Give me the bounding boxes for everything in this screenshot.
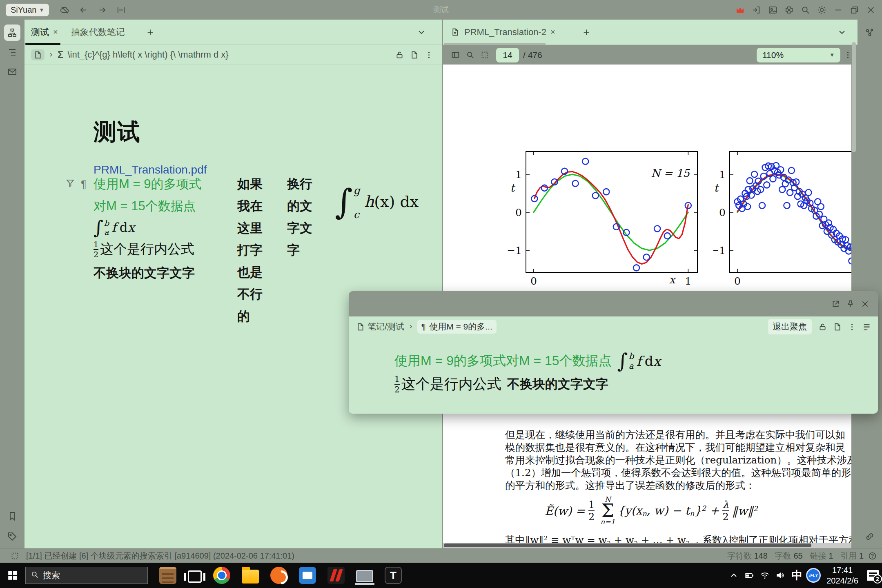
minimize-icon[interactable] <box>830 2 846 18</box>
battery-icon[interactable] <box>742 568 757 583</box>
input-method-indicator[interactable]: 中 <box>788 568 806 583</box>
dock-backlink-icon[interactable] <box>862 528 878 545</box>
marketplace-icon[interactable] <box>781 2 797 18</box>
zoom-value: 110% <box>762 50 784 60</box>
doc-info-icon[interactable] <box>407 47 421 62</box>
app-menu-button[interactable]: SiYuan ▼ <box>6 4 49 16</box>
dock-graph-icon[interactable] <box>862 24 878 41</box>
unlock-icon[interactable] <box>815 319 830 334</box>
floating-block-panel[interactable]: 笔记/测试 ¶ 使用M = 9的多... 退出聚焦 使用M = 9的多项式对M … <box>349 291 878 414</box>
horizontal-scrollbar-track[interactable] <box>443 543 851 548</box>
taskbar-app-notepad[interactable] <box>356 570 373 582</box>
pdf-asset-link[interactable]: PRML_Translation.pdf <box>94 163 207 176</box>
horizontal-scrollbar-thumb[interactable] <box>444 543 811 547</box>
taskbar-clock[interactable]: 17:41 2024/2/6 <box>826 565 858 586</box>
dock-doc-tree-icon[interactable] <box>4 24 20 41</box>
dock-bookmark-icon[interactable] <box>4 508 20 524</box>
search-icon[interactable] <box>797 2 813 18</box>
panel-content[interactable]: 使用M = 9的多项式对M = 15个数据点 ∫bafdx 12 这个是行内公式… <box>349 337 878 414</box>
taskbar-app-typora[interactable]: T <box>385 567 402 584</box>
breadcrumb-block-chip[interactable]: ¶ 使用M = 9的多... <box>417 320 497 334</box>
vertical-scrollbar-thumb[interactable] <box>852 42 856 152</box>
tab-note-algebra[interactable]: 抽象代数笔记 <box>65 20 131 45</box>
start-button[interactable] <box>0 563 25 588</box>
tab-note-test[interactable]: 测试 × <box>24 20 65 45</box>
theme-icon[interactable] <box>813 2 830 18</box>
sidebar-toggle-icon[interactable] <box>448 48 463 62</box>
volume-icon[interactable] <box>773 568 788 583</box>
exit-focus-button[interactable]: 退出聚焦 <box>768 319 812 334</box>
vip-crown-icon[interactable] <box>732 2 748 18</box>
tab-pdf[interactable]: PRML_Translation-2 × <box>443 20 562 45</box>
unlock-icon[interactable] <box>392 47 407 62</box>
svg-text:t: t <box>714 182 719 194</box>
text-column-3[interactable]: 换行的文字文字 <box>287 176 312 264</box>
window-title: 测试 <box>433 4 449 15</box>
bold-text-line[interactable]: 不换块的文字文字 <box>94 265 195 282</box>
system-tray: 中 iFLY 17:41 2024/2/6 2 <box>726 565 882 586</box>
help-icon[interactable] <box>865 548 880 563</box>
taskbar-app-folder[interactable] <box>242 570 259 584</box>
taskbar-search-input[interactable]: 搜索 <box>25 567 148 584</box>
cloud-off-icon[interactable] <box>56 2 73 18</box>
note-title[interactable]: 测试 <box>94 117 141 148</box>
back-icon[interactable] <box>75 2 91 18</box>
tab-list-button[interactable] <box>413 24 430 40</box>
taskbar-app-chrome[interactable] <box>213 567 230 584</box>
green-text-line2[interactable]: 对M = 15个数据点 <box>94 198 196 215</box>
doc-icon[interactable] <box>31 49 45 60</box>
close-icon[interactable] <box>858 296 872 311</box>
chevron-up-icon[interactable] <box>726 568 742 583</box>
taskbar-apps: T <box>154 567 408 584</box>
select-area-icon[interactable] <box>477 48 492 62</box>
pin-icon[interactable] <box>843 296 858 311</box>
green-text-line1[interactable]: 使用M = 9的多项式 <box>94 176 201 193</box>
breadcrumb-formula[interactable]: \int_{c}^{g} h\left( x \right) {\ \mathr… <box>67 49 228 60</box>
taskbar-app-pcmanager[interactable] <box>299 567 316 584</box>
login-icon[interactable] <box>748 2 764 18</box>
notification-center-button[interactable]: 2 <box>864 566 882 584</box>
wifi-icon[interactable] <box>757 568 773 583</box>
taskbar-app-honeyview[interactable] <box>270 567 287 584</box>
align-lines-icon[interactable] <box>859 319 874 334</box>
more-icon[interactable] <box>421 47 436 62</box>
text-column-2[interactable]: 如果我在这里打字也是不行的 <box>237 176 263 330</box>
open-in-new-icon[interactable] <box>828 296 843 311</box>
tab-close-icon[interactable]: × <box>550 27 555 37</box>
inline-math-fraction-line[interactable]: 12 这个是行内公式 <box>94 240 194 258</box>
taskbar-app-archive[interactable] <box>159 567 176 584</box>
taskbar-app-pdfreader[interactable] <box>327 567 345 584</box>
block-gutter[interactable]: ¶ <box>65 178 87 191</box>
doc-icon[interactable] <box>353 319 368 334</box>
paragraph-icon[interactable]: ¶ <box>81 178 87 191</box>
panel-line-2[interactable]: 12 这个是行内公式 不换块的文字文字 <box>394 374 608 394</box>
zoom-select[interactable]: 110% ▼ <box>757 48 840 62</box>
pdf-tabbar: PRML_Translation-2 × <box>443 20 858 45</box>
panel-header[interactable] <box>349 291 878 316</box>
display-math-integral[interactable]: ∫ gc h(x) dx <box>335 182 419 221</box>
ifly-input-icon[interactable]: iFLY <box>806 568 821 583</box>
inline-math-integral[interactable]: ∫bafdx <box>94 216 135 238</box>
chevron-down-icon: ▼ <box>829 52 835 58</box>
panel-line-1[interactable]: 使用M = 9的多项式对M = 15个数据点 ∫bafdx <box>394 349 661 373</box>
dock-tag-icon[interactable] <box>4 528 20 545</box>
tab-close-icon[interactable]: × <box>53 27 58 37</box>
tab-list-button[interactable] <box>834 24 850 40</box>
clock-date: 2024/2/6 <box>826 575 858 586</box>
page-number-input[interactable]: 14 <box>496 48 519 62</box>
forward-icon[interactable] <box>94 2 110 18</box>
fit-width-icon[interactable] <box>113 2 129 18</box>
dock-inbox-icon[interactable] <box>4 64 20 80</box>
focus-funnel-icon[interactable] <box>65 178 75 191</box>
close-icon[interactable] <box>862 2 879 18</box>
new-tab-button[interactable] <box>142 24 158 40</box>
new-tab-button[interactable] <box>578 24 595 40</box>
search-icon[interactable] <box>463 48 477 62</box>
breadcrumb-doc-path[interactable]: 笔记/测试 <box>368 321 404 332</box>
image-icon[interactable] <box>764 2 781 18</box>
taskbar-app-taskview[interactable] <box>188 570 202 583</box>
doc-info-icon[interactable] <box>830 319 844 334</box>
more-icon[interactable] <box>844 319 859 334</box>
maximize-icon[interactable] <box>846 2 862 18</box>
dock-outline-icon[interactable] <box>4 44 20 60</box>
